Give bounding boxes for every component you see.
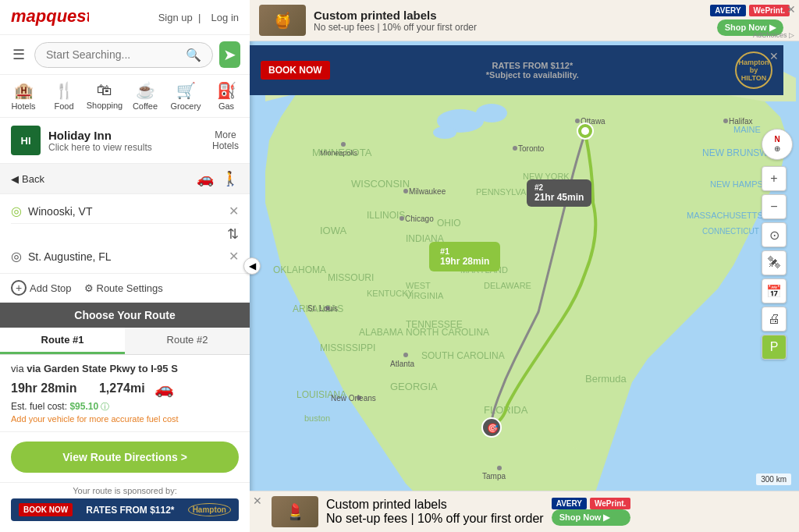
back-button[interactable]: ◀ Back (11, 173, 44, 185)
category-hotels[interactable]: 🏨 Hotels (3, 81, 44, 111)
map-area: NEW BRUNSWICK MAINE NEW HAMPSHIRE MASSAC… (250, 0, 799, 532)
category-grocery[interactable]: 🛒 Grocery (165, 81, 206, 111)
route-settings-button[interactable]: ⚙ Route Settings (84, 282, 163, 294)
view-route-directions-button[interactable]: View Route Directions > (11, 442, 239, 473)
more-hotels-button[interactable]: More Hotels (212, 129, 239, 151)
tab-route-1[interactable]: Route #1 (0, 328, 125, 354)
hampton-map-ad[interactable]: BOOK NOW RATES FROM $112* *Subject to av… (250, 45, 783, 95)
avery-weprint-logos: AVERY WePrint. (710, 5, 790, 16)
hampton-logo-small: Hampton (188, 503, 231, 516)
map-scale: 300 km (756, 473, 791, 485)
route-detail: via via Garden State Pkwy to I-95 S 19hr… (0, 355, 250, 432)
category-coffee[interactable]: ☕ Coffee (125, 81, 165, 111)
hampton-rates-sub: *Subject to availability. (339, 70, 726, 80)
svg-text:Atlanta: Atlanta (390, 360, 415, 368)
swap-icon[interactable]: ⇅ (227, 225, 239, 243)
bottom-avery-logo: AVERY (552, 498, 587, 509)
svg-text:buston: buston (304, 413, 330, 423)
route-badge-2[interactable]: #2 21hr 45min (527, 179, 591, 207)
food-label: Food (54, 101, 73, 111)
walk-mode-icon[interactable]: 🚶 (222, 170, 239, 187)
svg-text:CONNECTICUT: CONNECTICUT (702, 227, 759, 236)
food-icon: 🍴 (55, 81, 74, 100)
ad-product-area: 🍯 (259, 5, 306, 36)
gas-label: Gas (218, 101, 234, 111)
duration: 19hr 28min (11, 381, 76, 395)
svg-text:Milwaukee: Milwaukee (409, 187, 446, 196)
svg-point-50 (723, 119, 728, 123)
holiday-inn-row[interactable]: HI Holiday Inn Click here to view result… (0, 118, 250, 164)
svg-point-48 (575, 119, 580, 123)
gas-icon: ⛽ (217, 81, 236, 100)
signup-link[interactable]: Sign up (158, 12, 193, 23)
category-shopping[interactable]: 🛍 Shopping (84, 81, 125, 111)
hamburger-button[interactable]: ☰ (9, 43, 28, 66)
add-stop-label: Add Stop (30, 282, 72, 294)
bottom-ad-right: AVERY WePrint. Shop Now ▶ (552, 498, 631, 526)
svg-point-3 (476, 104, 507, 122)
top-ad-close-icon[interactable]: ✕ (787, 3, 796, 16)
bottom-ad-product-image: 💄 (272, 496, 318, 527)
svg-text:OKLAHOMA: OKLAHOMA (273, 264, 326, 275)
holiday-inn-subtitle: Click here to view results (48, 142, 212, 153)
hampton-book-now-small[interactable]: BOOK NOW (19, 503, 73, 516)
svg-text:DELAWARE: DELAWARE (484, 281, 531, 290)
traffic-button[interactable]: 📅 (762, 278, 787, 303)
fuel-cost-label: Est. fuel cost: (11, 401, 67, 412)
bottom-ad-close-icon[interactable]: ✕ (253, 495, 262, 507)
hampton-rates-text: RATES FROM $112* *Subject to availabilit… (339, 61, 726, 80)
navigate-icon: ➤ (223, 45, 236, 64)
add-route-row: + Add Stop ⚙ Route Settings (0, 274, 250, 303)
location-button[interactable]: ⊙ (762, 222, 787, 247)
add-stop-button[interactable]: + Add Stop (11, 280, 72, 296)
fuel-cost: Est. fuel cost: $95.10 ⓘ (11, 401, 239, 413)
destination-clear-icon[interactable]: ✕ (229, 249, 239, 264)
hampton-ad-close-icon[interactable]: ✕ (769, 50, 779, 62)
search-wrap[interactable]: 🔍 (34, 42, 213, 68)
settings-icon: ⚙ (84, 282, 94, 294)
bottom-shop-now-button[interactable]: Shop Now ▶ (552, 509, 631, 526)
zoom-out-button[interactable]: − (762, 194, 787, 219)
auth-links: Sign up | Log in (154, 12, 239, 23)
svg-text:Minneapolis: Minneapolis (320, 149, 358, 157)
destination-dot-icon: ◎ (11, 249, 22, 264)
category-food[interactable]: 🍴 Food (44, 81, 84, 111)
grocery-label: Grocery (170, 101, 201, 111)
bottom-ad-title: Custom printed labels (326, 498, 544, 512)
route-inputs: ◎ ✕ ⇅ ◎ ✕ (0, 194, 250, 274)
grocery-icon: 🛒 (176, 81, 196, 100)
category-gas[interactable]: ⛽ Gas (206, 81, 247, 111)
places-button[interactable]: P (762, 335, 787, 360)
svg-text:MAINE: MAINE (733, 125, 761, 134)
svg-point-52 (497, 466, 502, 470)
svg-text:ILLINOIS: ILLINOIS (367, 210, 405, 221)
avery-logo: AVERY (710, 5, 745, 16)
search-input[interactable] (46, 48, 183, 61)
help-icon[interactable]: ⓘ (101, 402, 109, 411)
sponsored-bar: Your route is sponsored by: (0, 482, 250, 498)
compass-button[interactable]: N ⊕ (762, 129, 793, 160)
svg-text:MASSACHUSETTS: MASSACHUSETTS (687, 211, 763, 220)
top-ad-banner: ✕ 🍯 Custom printed labels No set-up fees… (250, 0, 799, 41)
zoom-in-button[interactable]: + (762, 166, 787, 191)
origin-input[interactable] (28, 205, 222, 218)
hampton-book-button[interactable]: BOOK NOW (261, 61, 330, 80)
sidebar-collapse-button[interactable]: ◀ (243, 257, 261, 275)
svg-text:MISSISSIPPI: MISSISSIPPI (320, 342, 375, 353)
navigation-button[interactable]: ➤ (219, 41, 240, 68)
print-button[interactable]: 🖨 (762, 307, 787, 332)
car-mode-icon[interactable]: 🚗 (197, 170, 214, 187)
origin-clear-icon[interactable]: ✕ (229, 204, 239, 218)
back-chevron-icon: ◀ (11, 173, 19, 185)
origin-row: ◎ ✕ (11, 199, 239, 224)
hampton-ad-small[interactable]: BOOK NOW RATES FROM $112* Hampton (11, 498, 239, 521)
svg-text:WEST: WEST (406, 281, 431, 290)
tab-route-2[interactable]: Route #2 (125, 328, 250, 354)
route-badge-1[interactable]: #1 19hr 28min (429, 242, 500, 271)
satellite-view-button[interactable]: 🛰 (762, 250, 787, 275)
holiday-inn-name: Holiday Inn (48, 129, 212, 142)
add-vehicle-link[interactable]: Add your vehicle for more accurate fuel … (11, 414, 239, 424)
bottom-weprint-logo: WePrint. (590, 498, 630, 509)
login-link[interactable]: Log in (211, 12, 239, 23)
destination-input[interactable] (28, 250, 222, 263)
